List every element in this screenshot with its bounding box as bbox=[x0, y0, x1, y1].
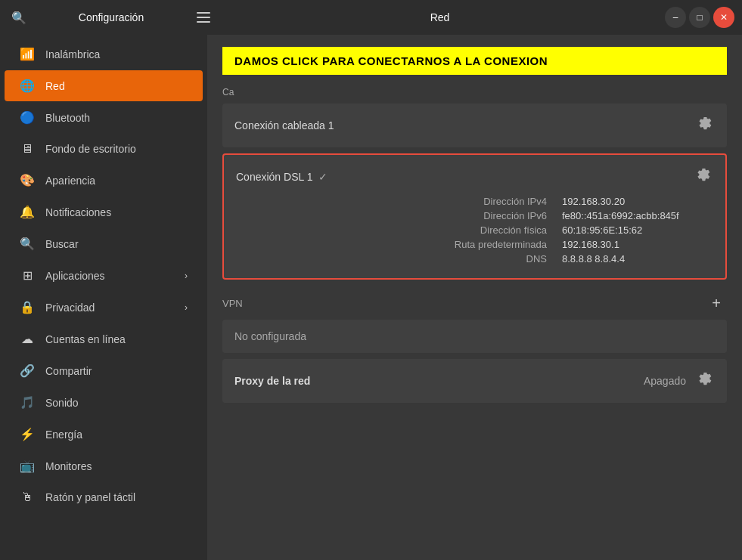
vpn-label: VPN bbox=[222, 298, 706, 309]
maximize-button[interactable]: □ bbox=[689, 7, 710, 28]
music-icon: 🎵 bbox=[20, 395, 35, 410]
sidebar-item-compartir[interactable]: 🔗 Compartir bbox=[5, 355, 203, 386]
monitor-icon: 🖥 bbox=[20, 142, 35, 156]
dsl-connection-header: Conexión DSL 1 ✓ bbox=[224, 155, 725, 196]
close-button[interactable]: ✕ bbox=[713, 7, 734, 28]
search-button[interactable]: 🔍 bbox=[8, 6, 30, 29]
sidebar-item-label: Buscar bbox=[45, 238, 79, 250]
ipv4-row: Dirección IPv4 192.168.30.20 bbox=[236, 196, 713, 207]
dns-row: DNS 8.8.8.8 8.8.4.4 bbox=[236, 253, 713, 265]
ipv6-value: fe80::451a:6992:acbb:845f bbox=[562, 210, 713, 221]
sidebar-item-inalambrica[interactable]: 📶 Inalámbrica bbox=[5, 39, 203, 70]
sidebar-item-label: Ratón y panel táctil bbox=[45, 491, 135, 503]
mac-label: Dirección física bbox=[480, 224, 547, 236]
power-icon: ⚡ bbox=[20, 427, 35, 441]
sidebar-item-buscar[interactable]: 🔍 Buscar bbox=[5, 228, 203, 259]
sidebar-item-label: Fondo de escritorio bbox=[45, 143, 136, 155]
vpn-no-config: No configurada bbox=[222, 320, 727, 353]
cloud-icon: ☁ bbox=[20, 332, 35, 346]
sidebar-item-label: Inalámbrica bbox=[45, 48, 100, 60]
mouse-icon: 🖱 bbox=[20, 490, 35, 504]
bell-icon: 🔔 bbox=[20, 205, 35, 219]
proxy-settings-button[interactable] bbox=[695, 370, 715, 392]
route-value: 192.168.30.1 bbox=[562, 239, 713, 250]
dsl-connection-item[interactable]: Conexión DSL 1 ✓ Dirección IPv4 192.168.… bbox=[222, 153, 727, 280]
sidebar-item-label: Bluetooth bbox=[45, 112, 90, 124]
sidebar-item-label: Apariencia bbox=[45, 175, 95, 187]
bluetooth-icon: 🔵 bbox=[20, 110, 35, 125]
gear-icon bbox=[698, 373, 712, 386]
sidebar-item-label: Compartir bbox=[45, 365, 92, 377]
grid-icon: ⊞ bbox=[20, 268, 35, 283]
sidebar-item-label: Privacidad bbox=[45, 302, 95, 314]
dsl-settings-button[interactable] bbox=[694, 166, 713, 188]
share-icon: 🔗 bbox=[20, 364, 35, 378]
titlebar: 🔍 Configuración Red – □ ✕ bbox=[0, 0, 742, 35]
sidebar-item-label: Aplicaciones bbox=[45, 270, 105, 282]
mac-row: Dirección física 60:18:95:6E:15:62 bbox=[236, 224, 713, 236]
content-area: DAMOS CLICK PARA CONECTARNOS A LA CONEXI… bbox=[207, 35, 742, 560]
sidebar: 📶 Inalámbrica 🌐 Red 🔵 Bluetooth 🖥 Fondo … bbox=[0, 35, 207, 560]
display-icon: 📺 bbox=[20, 459, 35, 473]
sidebar-item-sonido[interactable]: 🎵 Sonido bbox=[5, 387, 203, 418]
dns-value: 8.8.8.8 8.8.4.4 bbox=[562, 253, 713, 265]
wired-connection-name: Conexión cableada 1 bbox=[234, 119, 695, 131]
sidebar-item-label: Sonido bbox=[45, 397, 79, 409]
route-label: Ruta predeterminada bbox=[455, 239, 547, 250]
sidebar-item-label: Cuentas en línea bbox=[45, 333, 126, 345]
sidebar-item-raton[interactable]: 🖱 Ratón y panel táctil bbox=[5, 482, 203, 512]
ipv4-label: Dirección IPv4 bbox=[483, 196, 547, 207]
vpn-add-button[interactable]: + bbox=[706, 293, 727, 314]
sidebar-item-label: Monitores bbox=[45, 460, 92, 472]
dsl-check-icon: ✓ bbox=[318, 171, 328, 183]
sidebar-item-red[interactable]: 🌐 Red bbox=[5, 70, 203, 101]
dsl-details: Dirección IPv4 192.168.30.20 Dirección I… bbox=[224, 196, 725, 278]
sidebar-item-cuentas[interactable]: ☁ Cuentas en línea bbox=[5, 323, 203, 354]
route-row: Ruta predeterminada 192.168.30.1 bbox=[236, 239, 713, 250]
wired-settings-button[interactable] bbox=[695, 114, 715, 137]
sidebar-item-privacidad[interactable]: 🔒 Privacidad › bbox=[5, 292, 203, 323]
sidebar-item-label: Red bbox=[45, 80, 65, 92]
titlebar-left: 🔍 Configuración bbox=[8, 6, 215, 29]
proxy-status: Apagado bbox=[644, 375, 686, 387]
sidebar-item-label: Energía bbox=[45, 429, 82, 441]
proxy-section: Proxy de la red Apagado bbox=[222, 359, 727, 403]
hamburger-menu-button[interactable] bbox=[192, 6, 215, 29]
gear-icon bbox=[697, 169, 710, 182]
wired-connection-item[interactable]: Conexión cableada 1 bbox=[222, 104, 727, 147]
search-icon: 🔍 bbox=[20, 237, 35, 251]
vpn-section: VPN + No configurada bbox=[222, 286, 727, 353]
dsl-connection-name: Conexión DSL 1 bbox=[236, 171, 312, 183]
sidebar-item-energia[interactable]: ⚡ Energía bbox=[5, 419, 203, 450]
sidebar-item-aplicaciones[interactable]: ⊞ Aplicaciones › bbox=[5, 260, 203, 291]
lock-icon: 🔒 bbox=[20, 300, 35, 314]
arrow-icon: › bbox=[185, 271, 188, 281]
mac-value: 60:18:95:6E:15:62 bbox=[562, 224, 713, 236]
wifi-icon: 📶 bbox=[20, 47, 35, 61]
proxy-label: Proxy de la red bbox=[234, 375, 644, 387]
minimize-button[interactable]: – bbox=[665, 7, 686, 28]
arrow-icon: › bbox=[185, 302, 188, 313]
sidebar-item-bluetooth[interactable]: 🔵 Bluetooth bbox=[5, 102, 203, 133]
sidebar-item-apariencia[interactable]: 🎨 Apariencia bbox=[5, 165, 203, 196]
globe-icon: 🌐 bbox=[20, 79, 35, 93]
main-layout: 📶 Inalámbrica 🌐 Red 🔵 Bluetooth 🖥 Fondo … bbox=[0, 35, 742, 560]
gear-icon bbox=[698, 117, 712, 131]
sidebar-item-label: Notificaciones bbox=[45, 206, 111, 218]
ipv6-row: Dirección IPv6 fe80::451a:6992:acbb:845f bbox=[236, 210, 713, 221]
vpn-header: VPN + bbox=[222, 286, 727, 320]
sidebar-item-monitores[interactable]: 📺 Monitores bbox=[5, 450, 203, 481]
paint-icon: 🎨 bbox=[20, 173, 35, 187]
annotation-banner: DAMOS CLICK PARA CONECTARNOS A LA CONEXI… bbox=[222, 47, 727, 75]
sidebar-item-notificaciones[interactable]: 🔔 Notificaciones bbox=[5, 196, 203, 227]
window-title: Red bbox=[215, 11, 665, 23]
section-label: Ca bbox=[207, 84, 742, 104]
ipv4-value: 192.168.30.20 bbox=[562, 196, 713, 207]
ipv6-label: Dirección IPv6 bbox=[483, 210, 547, 221]
window-controls: – □ ✕ bbox=[665, 7, 734, 28]
sidebar-item-fondo[interactable]: 🖥 Fondo de escritorio bbox=[5, 134, 203, 164]
app-title: Configuración bbox=[38, 11, 185, 23]
dns-label: DNS bbox=[526, 253, 547, 265]
